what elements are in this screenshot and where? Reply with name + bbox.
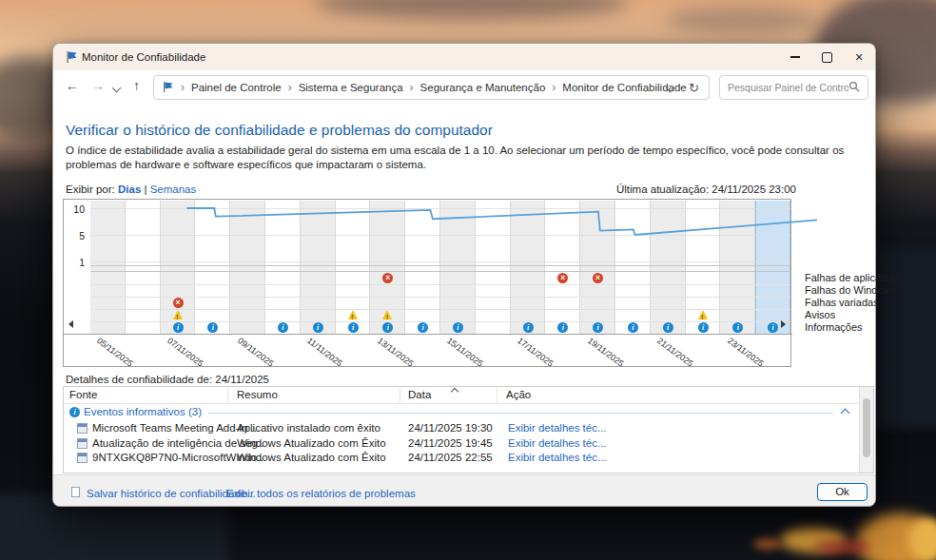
event-row-divider: [90, 284, 790, 285]
chart-scroll-right-icon[interactable]: [781, 320, 786, 328]
maximize-button[interactable]: [811, 44, 842, 70]
breadcrumb-separator: ›: [410, 81, 414, 94]
search-placeholder: Pesquisar Painel de Controle: [728, 82, 848, 93]
desktop: Monitor de Confiabilidade × ← → ↑ › Pain…: [0, 0, 936, 560]
error-icon: ×: [173, 298, 184, 308]
legend-misc-failures: Falhas variadas: [805, 297, 897, 309]
close-button[interactable]: ×: [844, 44, 874, 70]
wallpaper-city-lights: [753, 538, 782, 550]
view-technical-details-link[interactable]: Exibir detalhes téc...: [508, 422, 607, 434]
scrollbar-thumb[interactable]: [863, 398, 870, 457]
group-rule: [208, 413, 833, 414]
table-row[interactable]: 9NTXGKQ8P7N0-MicrosoftWindo...Windows At…: [64, 451, 860, 465]
date-label: 05/11/2025: [95, 336, 134, 369]
minimize-button[interactable]: [780, 44, 810, 70]
date-label: 19/11/2025: [586, 336, 625, 369]
breadcrumb-item-control-panel[interactable]: Painel de Controle: [191, 82, 282, 93]
page-description: O índice de estabilidade avalia a estabi…: [66, 144, 870, 172]
application-icon: [77, 423, 88, 434]
breadcrumb-separator: ›: [181, 81, 185, 94]
recent-pages-chevron-icon[interactable]: [113, 82, 120, 93]
column-header-resumo[interactable]: Resumo: [237, 389, 278, 400]
breadcrumb-separator: ›: [552, 81, 556, 94]
view-by-weeks-link[interactable]: Semanas: [150, 183, 197, 195]
column-header-acao[interactable]: Ação: [506, 389, 531, 400]
info-icon: i: [663, 322, 673, 333]
info-icon: i: [698, 322, 709, 333]
view-by-separator: |: [144, 183, 146, 195]
cell-resumo: Aplicativo instalado com êxito: [237, 422, 399, 434]
date-label: 11/11/2025: [305, 336, 344, 368]
view-all-reports-link[interactable]: Exibir todos os relatórios de problemas: [226, 488, 416, 499]
info-icon: i: [313, 322, 323, 333]
stability-index-line: [117, 200, 817, 264]
up-icon[interactable]: ↑: [133, 78, 140, 93]
table-header: Fonte Resumo Data Ação: [64, 387, 860, 404]
address-dropdown-chevron-icon[interactable]: [667, 82, 673, 93]
date-label: 23/11/2025: [726, 336, 765, 369]
collapse-chevron-icon[interactable]: [841, 409, 850, 418]
breadcrumb-flag-icon: [162, 81, 174, 95]
save-history-icon: [71, 487, 80, 497]
date-label: 07/11/2025: [166, 336, 205, 369]
event-row-legend: Falhas de aplicativo Falhas do Windows F…: [805, 272, 897, 334]
column-divider: [227, 387, 228, 403]
chart-scroll-left-icon[interactable]: [68, 320, 73, 328]
legend-warnings: Avisos: [805, 309, 897, 321]
view-by-days-link[interactable]: Dias: [118, 183, 141, 195]
info-icon: i: [348, 322, 359, 333]
date-label: 17/11/2025: [516, 336, 555, 369]
date-label: 21/11/2025: [655, 336, 694, 369]
titlebar: Monitor de Confiabilidade ×: [53, 44, 875, 70]
view-technical-details-link[interactable]: Exibir detalhes téc...: [508, 452, 607, 463]
warning-icon: !: [382, 310, 392, 319]
info-icon: i: [453, 322, 463, 333]
cell-resumo: Windows Atualizado com Êxito: [237, 437, 399, 449]
back-icon[interactable]: ←: [66, 78, 79, 93]
cell-resumo: Windows Atualizado com Êxito: [237, 452, 399, 463]
navigation-toolbar: ← → ↑ › Painel de Controle › Sistema e S…: [53, 70, 875, 106]
refresh-icon[interactable]: ↻: [689, 81, 699, 95]
ok-button[interactable]: Ok: [817, 483, 868, 501]
wallpaper-cloud: [666, 8, 818, 32]
column-divider: [400, 387, 400, 403]
breadcrumb-item-system-security[interactable]: Sistema e Segurança: [299, 82, 403, 93]
sort-ascending-icon[interactable]: [451, 388, 458, 396]
address-bar[interactable]: › Painel de Controle › Sistema e Seguran…: [153, 75, 710, 100]
stability-chart: 10 5 1 05/11/202507/11/202509/11/202511/…: [63, 199, 791, 367]
chart-separator: [90, 265, 790, 272]
search-input[interactable]: Pesquisar Painel de Controle: [719, 75, 868, 100]
event-row-divider: [90, 297, 790, 298]
wallpaper-city-lights: [908, 518, 936, 560]
table-row[interactable]: Atualização de inteligência de seg...Win…: [64, 436, 860, 451]
legend-app-failures: Falhas de aplicativo: [805, 272, 897, 284]
breadcrumb-separator: ›: [288, 81, 292, 94]
breadcrumb-item-security-maintenance[interactable]: Segurança e Manutenção: [420, 82, 546, 93]
column-header-fonte[interactable]: Fonte: [69, 389, 97, 400]
warning-icon: !: [348, 310, 358, 319]
cell-data: 24/11/2025 19:45: [408, 437, 503, 449]
view-technical-details-link[interactable]: Exibir detalhes téc...: [508, 437, 607, 449]
warning-icon: !: [173, 310, 183, 319]
last-update-label: Última atualização: 24/11/2025 23:00: [616, 183, 796, 195]
info-icon: i: [173, 322, 184, 333]
group-row-informative-events[interactable]: i Eventos informativos (3): [64, 405, 860, 419]
reliability-monitor-window: Monitor de Confiabilidade × ← → ↑ › Pain…: [52, 43, 876, 507]
search-icon[interactable]: [848, 81, 860, 94]
window-title: Monitor de Confiabilidade: [82, 51, 205, 63]
app-flag-icon: [65, 50, 78, 66]
warning-icon: !: [698, 310, 708, 319]
details-title: Detalhes de confiabilidade de: 24/11/202…: [66, 374, 269, 385]
event-row-divider: [90, 321, 790, 322]
wallpaper-city-lights: [814, 540, 871, 553]
table-scrollbar[interactable]: [859, 387, 873, 473]
info-icon: i: [523, 322, 534, 333]
view-by-label: Exibir por:: [66, 183, 115, 195]
column-header-data[interactable]: Data: [408, 389, 431, 400]
breadcrumb: › Painel de Controle › Sistema e Seguran…: [181, 81, 687, 94]
forward-icon[interactable]: →: [91, 78, 105, 93]
legend-windows-failures: Falhas do Windows: [805, 284, 897, 297]
footer-bar: Salvar histórico de confiabilidade... Ex…: [53, 474, 875, 506]
chart-plot: 05/11/202507/11/202509/11/202511/11/2025…: [90, 200, 790, 367]
table-row[interactable]: Microsoft Teams Meeting Add-in ...Aplica…: [64, 421, 860, 435]
